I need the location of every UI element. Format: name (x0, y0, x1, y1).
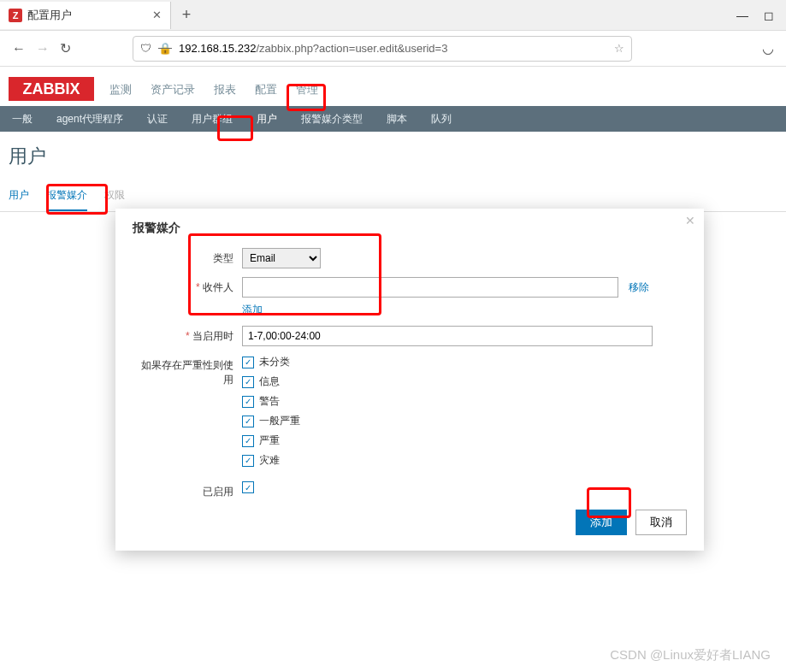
window-controls: — ◻ (736, 9, 786, 22)
sev-disaster: 灾难 (259, 453, 280, 468)
checkbox-warning[interactable]: ✓ (242, 396, 254, 408)
subnav-usergroups[interactable]: 用户群组 (188, 107, 236, 132)
tab-user[interactable]: 用户 (9, 181, 29, 211)
zabbix-header: ZABBIX 监测 资产记录 报表 配置 管理 (0, 67, 786, 106)
back-button[interactable]: ← (12, 41, 26, 56)
lock-icon[interactable]: 🔒 (158, 42, 172, 55)
new-tab-button[interactable]: + (171, 6, 202, 24)
subnav-mediatypes[interactable]: 报警媒介类型 (298, 107, 366, 132)
checkbox-high[interactable]: ✓ (242, 435, 254, 447)
subnav-proxies[interactable]: agent代理程序 (53, 107, 127, 132)
recipient-label: 收件人 (133, 277, 242, 295)
sev-warning: 警告 (259, 394, 280, 409)
browser-tab[interactable]: Z 配置用户 ✕ (0, 2, 171, 29)
reload-button[interactable]: ↻ (60, 40, 71, 56)
sev-information: 信息 (259, 374, 280, 389)
sev-average: 一般严重 (259, 414, 300, 428)
subnav-general[interactable]: 一般 (9, 107, 36, 132)
add-button[interactable]: 添加 (576, 510, 627, 535)
url-input[interactable]: 🛡 🔒 192.168.15.232/zabbix.php?action=use… (133, 36, 632, 62)
subnav-users[interactable]: 用户 (253, 107, 281, 132)
browser-tab-bar: Z 配置用户 ✕ + — ◻ (0, 0, 786, 31)
checkbox-disaster[interactable]: ✓ (242, 455, 254, 467)
nav-reports[interactable]: 报表 (214, 82, 236, 97)
sev-high: 严重 (259, 433, 280, 448)
nav-administration[interactable]: 管理 (296, 82, 318, 97)
when-input[interactable] (242, 326, 653, 346)
subnav-queue[interactable]: 队列 (428, 107, 455, 132)
media-modal: ✕ 报警媒介 类型 Email 收件人 移除 添加 当启用时 如果存在严重性则使… (115, 209, 704, 551)
checkbox-enabled[interactable]: ✓ (242, 481, 254, 493)
recipient-input[interactable] (242, 277, 618, 298)
checkbox-notclassified[interactable]: ✓ (242, 357, 254, 368)
subnav-scripts[interactable]: 脚本 (383, 107, 411, 132)
tab-title: 配置用户 (27, 8, 72, 23)
content-tabs: 用户 报警媒介 权限 (0, 181, 786, 212)
severity-label: 如果存在严重性则使用 (133, 355, 242, 387)
bookmark-star-icon[interactable]: ☆ (614, 42, 624, 55)
tab-close-icon[interactable]: ✕ (152, 9, 162, 21)
maximize-icon[interactable]: ◻ (764, 9, 774, 22)
page-title: 用户 (0, 132, 786, 181)
checkbox-information[interactable]: ✓ (242, 376, 254, 388)
sev-notclassified: 未分类 (259, 355, 290, 369)
type-select[interactable]: Email (242, 248, 321, 268)
tab-media[interactable]: 报警媒介 (46, 181, 87, 211)
address-bar: ← → ↻ 🛡 🔒 192.168.15.232/zabbix.php?acti… (0, 31, 786, 67)
pocket-icon[interactable]: ◡ (762, 40, 774, 56)
cancel-button[interactable]: 取消 (635, 510, 687, 535)
add-recipient-link[interactable]: 添加 (242, 303, 649, 317)
minimize-icon[interactable]: — (736, 9, 748, 22)
nav-inventory[interactable]: 资产记录 (151, 82, 195, 97)
checkbox-average[interactable]: ✓ (242, 416, 254, 427)
top-nav: 监测 资产记录 报表 配置 管理 (109, 82, 318, 106)
zabbix-logo[interactable]: ZABBIX (9, 77, 94, 101)
when-label: 当启用时 (133, 326, 242, 344)
modal-close-icon[interactable]: ✕ (685, 214, 695, 227)
favicon-zabbix: Z (9, 9, 22, 22)
sub-nav: 一般 agent代理程序 认证 用户群组 用户 报警媒介类型 脚本 队列 (0, 106, 786, 132)
url-text: 192.168.15.232/zabbix.php?action=user.ed… (179, 42, 447, 55)
watermark: CSDN @Linux爱好者LIANG (610, 647, 771, 663)
remove-recipient-link[interactable]: 移除 (629, 280, 649, 295)
subnav-auth[interactable]: 认证 (144, 107, 171, 132)
type-label: 类型 (133, 248, 242, 266)
nav-monitoring[interactable]: 监测 (109, 82, 132, 97)
svg-text:ZABBIX: ZABBIX (23, 80, 80, 97)
shield-icon[interactable]: 🛡 (140, 42, 151, 55)
tab-permissions[interactable]: 权限 (104, 181, 125, 211)
forward-button[interactable]: → (36, 41, 50, 56)
nav-configuration[interactable]: 配置 (255, 82, 277, 97)
modal-title: 报警媒介 (133, 217, 687, 248)
enabled-label: 已启用 (133, 481, 242, 499)
